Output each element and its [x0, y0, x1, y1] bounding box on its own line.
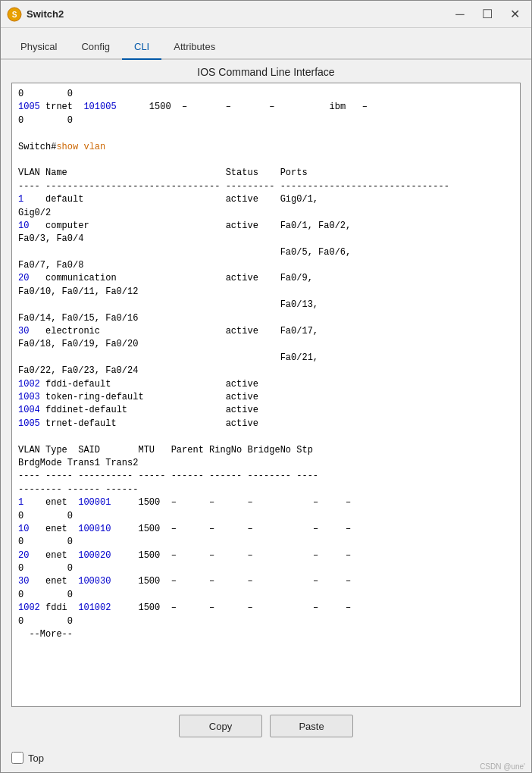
paste-button[interactable]: Paste: [270, 715, 353, 737]
close-button[interactable]: ✕: [504, 7, 525, 22]
watermark: CSDN @une': [480, 762, 525, 771]
title-bar: S Switch2 ─ ☐ ✕: [1, 1, 531, 28]
main-window: S Switch2 ─ ☐ ✕ Physical Config CLI Attr…: [0, 0, 532, 773]
cli-output[interactable]: 0 0 1005 trnet 101005 1500 – – – ibm – 0…: [12, 83, 520, 706]
top-checkbox-label[interactable]: Top: [11, 752, 44, 764]
tab-bar: Physical Config CLI Attributes: [1, 28, 531, 60]
window-controls: ─ ☐ ✕: [449, 7, 525, 22]
window-title: Switch2: [27, 8, 449, 20]
tab-config[interactable]: Config: [69, 36, 122, 60]
page-title: IOS Command Line Interface: [1, 60, 531, 83]
action-buttons: Copy Paste: [1, 707, 531, 743]
maximize-button[interactable]: ☐: [477, 7, 498, 22]
cli-terminal: 0 0 1005 trnet 101005 1500 – – – ibm – 0…: [11, 83, 521, 707]
app-icon: S: [7, 7, 22, 22]
svg-text:S: S: [12, 11, 17, 19]
top-label: Top: [28, 753, 44, 764]
footer-bar: Top: [1, 743, 531, 772]
tab-attributes[interactable]: Attributes: [161, 36, 227, 60]
copy-button[interactable]: Copy: [179, 715, 262, 737]
tab-physical[interactable]: Physical: [8, 36, 69, 60]
tab-cli[interactable]: CLI: [122, 36, 161, 60]
minimize-button[interactable]: ─: [449, 7, 471, 22]
top-checkbox[interactable]: [11, 752, 23, 764]
